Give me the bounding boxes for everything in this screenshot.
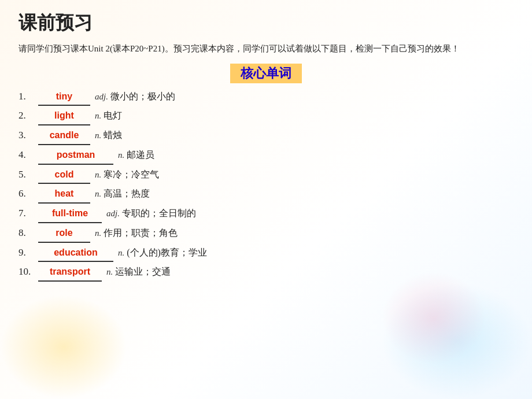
- vocab-item: 3.candlen.蜡烛: [19, 127, 513, 145]
- vocab-word: transport: [50, 267, 90, 276]
- vocab-meaning: 微小的；极小的: [110, 88, 175, 105]
- intro-text: 请同学们预习课本Unit 2(课本P20~P21)。预习完课本内容，同学们可以试…: [19, 42, 513, 57]
- vocab-item: 8.rolen.作用；职责；角色: [19, 224, 513, 243]
- section-title: 核心单词: [230, 64, 302, 83]
- vocab-pos: n.: [118, 147, 124, 162]
- vocab-number: 1.: [19, 88, 36, 105]
- vocab-meaning: 蜡烛: [104, 127, 122, 143]
- page-title: 课前预习: [19, 10, 513, 36]
- vocab-item: 6.heatn.高温；热度: [19, 185, 513, 204]
- vocab-pos: n.: [95, 128, 101, 143]
- vocab-blank: cold: [38, 166, 90, 184]
- vocab-meaning: 作用；职责；角色: [104, 225, 178, 241]
- vocab-word: cold: [55, 169, 74, 179]
- vocab-meaning: 邮递员: [127, 147, 154, 163]
- vocab-blank: light: [38, 107, 90, 125]
- vocab-number: 10.: [19, 263, 36, 280]
- vocab-pos: n.: [95, 226, 101, 241]
- vocab-word: tiny: [56, 91, 72, 101]
- vocab-pos: n.: [95, 108, 101, 123]
- vocab-pos: adj.: [95, 89, 108, 104]
- vocab-pos: n.: [118, 245, 124, 260]
- vocab-word: heat: [55, 189, 74, 198]
- vocab-word: education: [54, 247, 98, 257]
- vocab-pos: n.: [95, 186, 101, 201]
- vocab-meaning: 专职的；全日制的: [122, 205, 196, 221]
- vocab-blank: role: [38, 224, 90, 243]
- vocab-word: candle: [50, 130, 79, 140]
- vocab-item: 9.educationn.(个人的)教育；学业: [19, 244, 513, 263]
- vocab-number: 8.: [19, 224, 36, 242]
- bg-decoration-yellow: [0, 295, 127, 399]
- vocab-item: 5.coldn.寒冷；冷空气: [19, 166, 513, 184]
- bg-decoration-blue: [382, 283, 532, 399]
- vocab-blank: transport: [38, 263, 102, 282]
- vocab-item: 2.lightn.电灯: [19, 107, 513, 125]
- vocab-meaning: 高温；热度: [104, 186, 150, 202]
- vocab-number: 4.: [19, 146, 36, 164]
- vocab-number: 9.: [19, 244, 36, 261]
- vocab-blank: heat: [38, 185, 90, 204]
- vocab-item: 10.transportn.运输业；交通: [19, 263, 513, 282]
- vocab-number: 5.: [19, 166, 36, 183]
- vocab-number: 6.: [19, 185, 36, 202]
- vocab-word: role: [56, 228, 72, 238]
- vocab-blank: tiny: [38, 88, 90, 106]
- vocab-meaning: 寒冷；冷空气: [104, 167, 159, 183]
- vocab-pos: n.: [95, 167, 101, 182]
- vocab-number: 7.: [19, 205, 36, 222]
- vocab-number: 2.: [19, 107, 36, 124]
- vocab-word: light: [54, 110, 74, 120]
- vocab-item: 7.full-timeadj.专职的；全日制的: [19, 205, 513, 223]
- vocab-pos: adj.: [106, 206, 120, 221]
- vocab-list: 1.tinyadj.微小的；极小的2.lightn.电灯3.candlen.蜡烛…: [19, 88, 513, 282]
- vocab-meaning: 电灯: [104, 108, 122, 124]
- vocab-word: postman: [57, 150, 95, 160]
- vocab-meaning: (个人的)教育；学业: [127, 245, 207, 261]
- section-title-wrap: 核心单词: [19, 64, 513, 83]
- vocab-blank: education: [38, 244, 113, 263]
- vocab-meaning: 运输业；交通: [115, 264, 171, 280]
- vocab-item: 1.tinyadj.微小的；极小的: [19, 88, 513, 106]
- vocab-blank: full-time: [38, 205, 102, 223]
- vocab-blank: postman: [38, 146, 113, 165]
- vocab-number: 3.: [19, 127, 36, 144]
- vocab-item: 4.postmann.邮递员: [19, 146, 513, 165]
- vocab-blank: candle: [38, 127, 90, 145]
- vocab-pos: n.: [106, 264, 113, 279]
- main-page: 课前预习 请同学们预习课本Unit 2(课本P20~P21)。预习完课本内容，同…: [0, 0, 532, 293]
- vocab-word: full-time: [52, 208, 88, 218]
